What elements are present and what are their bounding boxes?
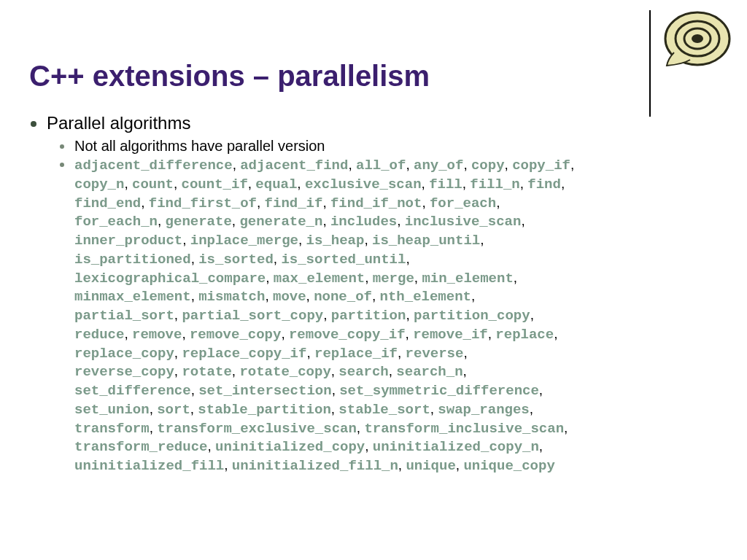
separator: , [331,363,339,378]
separator: , [174,345,182,360]
separator: , [463,363,467,378]
separator: , [365,270,373,285]
separator: , [174,176,182,191]
algorithm-name: replace_if [314,346,398,362]
separator: , [357,420,365,435]
algorithm-name: inplace_merge [190,233,298,249]
separator: , [124,326,132,341]
sub-bullet-text: Not all algorithms have parallel version [74,138,325,154]
algorithm-name: uninitialized_copy_n [373,439,539,455]
separator: , [530,401,533,416]
separator: , [207,438,215,454]
separator: , [406,157,414,172]
algorithm-name: transform [74,421,150,437]
separator: , [365,438,373,454]
separator: , [332,382,340,397]
separator: , [364,232,372,247]
separator: , [150,420,158,435]
algorithm-name: rotate_copy [239,364,330,380]
bullet-text: Parallel algorithms [47,113,190,133]
separator: , [422,195,430,210]
algorithm-name: lexicographical_compare [74,271,266,287]
algorithm-name: is_heap_until [372,233,480,249]
algorithm-name: uninitialized_fill_n [232,458,398,474]
algorithm-name: includes [330,214,397,230]
algorithm-name: inclusive_scan [405,214,522,230]
algorithm-name: swap_ranges [438,402,529,418]
separator: , [174,363,182,378]
algorithm-name: remove_if [413,327,488,343]
algorithm-name: set_intersection [198,383,331,399]
separator: , [182,326,190,341]
algorithm-name: minmax_element [74,289,191,305]
algorithm-name: partition [331,308,406,324]
algorithm-name: generate_n [239,214,322,230]
separator: , [298,232,306,247]
separator: , [224,457,232,472]
sub-bullet-algorithm-list: adjacent_difference, adjacent_find, all_… [74,156,718,475]
separator: , [372,288,380,303]
algorithm-name: reduce [74,327,124,343]
algorithm-name: remove_copy_if [289,327,406,343]
separator: , [505,157,513,172]
bullet-parallel-algorithms: Parallel algorithms Not all algorithms h… [47,113,718,475]
separator: , [496,195,500,210]
algorithm-name: replace_copy_if [182,346,306,362]
separator: , [397,213,405,228]
separator: , [521,213,525,228]
algorithm-name: equal [255,176,297,192]
algorithm-name: partial_sort_copy [182,308,323,324]
algorithm-name: count_if [182,176,248,192]
separator: , [158,213,166,228]
separator: , [322,195,330,210]
algorithm-name: is_sorted [198,252,274,268]
algorithm-name: uninitialized_copy [215,439,365,455]
algorithm-name: reverse_copy [74,364,174,380]
separator: , [406,251,409,266]
separator: , [570,157,574,172]
algorithm-name: transform_exclusive_scan [157,421,357,437]
separator: , [306,288,314,303]
algorithm-name: set_difference [74,383,191,399]
separator: , [539,382,543,397]
separator: , [274,251,282,266]
algorithm-name: remove [132,327,182,343]
algorithm-name: for_each_n [74,214,158,230]
algorithm-name: transform_inclusive_scan [364,421,564,437]
separator: , [265,288,273,303]
separator: , [190,401,198,416]
algorithm-name: is_heap [306,233,365,249]
algorithm-name: for_each [430,195,496,211]
algorithm-name: inner_product [74,233,182,249]
separator: , [398,457,406,472]
algorithm-name: max_element [274,271,365,287]
algorithm-name: all_of [356,158,406,174]
separator: , [422,176,430,191]
separator: , [281,326,289,341]
algorithm-name: set_union [74,402,150,418]
separator: , [257,195,265,210]
separator: , [248,176,256,191]
separator: , [266,270,274,285]
separator: , [564,420,568,435]
separator: , [191,251,199,266]
algorithm-name: adjacent_difference [74,158,233,174]
separator: , [530,307,534,322]
algorithm-name: nth_element [380,289,471,305]
algorithm-name: search [338,364,388,380]
algorithm-name: search_n [396,364,462,380]
separator: , [406,326,414,341]
algorithm-name: find_end [74,195,141,211]
sub-bullet-not-all: Not all algorithms have parallel version [74,138,718,155]
separator: , [297,176,305,191]
separator: , [414,270,422,285]
algorithm-name: partition_copy [414,308,530,324]
separator: , [463,345,467,360]
separator: , [150,401,158,416]
algorithm-name: is_partitioned [74,252,191,268]
separator: , [480,232,484,247]
algorithm-name: unique [406,458,455,474]
separator: , [398,345,406,360]
separator: , [306,345,314,360]
separator: , [456,457,464,472]
